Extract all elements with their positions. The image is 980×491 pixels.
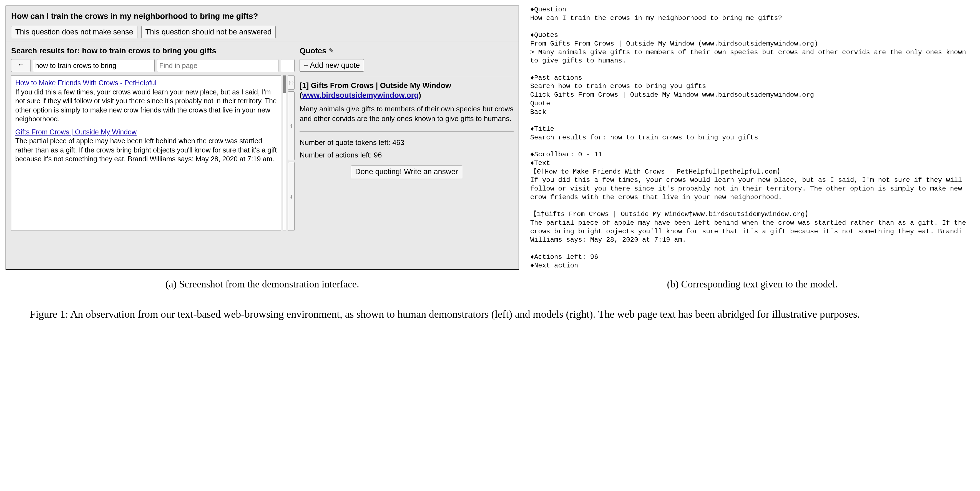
result-snippet: The partial piece of apple may have been…	[15, 137, 277, 163]
actions-left: Number of actions left: 96	[299, 151, 513, 159]
main-columns: Search results for: how to train crows t…	[11, 45, 514, 231]
demo-interface-screenshot: How can I train the crows in my neighbor…	[6, 6, 519, 270]
done-row: Done quoting! Write an answer	[299, 166, 513, 178]
search-result: Gifts From Crows | Outside My Window The…	[15, 128, 277, 164]
search-results-prefix: Search results for:	[11, 46, 82, 55]
page-down-button[interactable]: ↓	[288, 162, 294, 231]
quotes-header: Quotes ✎	[299, 46, 513, 55]
search-result: How to Make Friends With Crows - PetHelp…	[15, 78, 277, 124]
figure-body: How can I train the crows in my neighbor…	[6, 6, 974, 270]
question-flag-buttons: This question does not make sense This q…	[11, 26, 514, 38]
search-results-header: Search results for: how to train crows t…	[11, 46, 294, 55]
page-up-button[interactable]: ↑	[288, 91, 294, 160]
quote-source-link[interactable]: www.birdsoutsidemywindow.org	[302, 91, 418, 99]
quote-title-suffix: )	[418, 91, 421, 99]
actions-left-label: Number of actions left:	[299, 151, 374, 159]
result-snippet: If you did this a few times, your crows …	[15, 88, 277, 123]
add-quote-button[interactable]: + Add new quote	[299, 59, 364, 72]
result-link[interactable]: Gifts From Crows | Outside My Window	[15, 128, 137, 136]
search-toolbar: ←	[11, 59, 294, 72]
quote-body: Many animals give gifts to members of th…	[299, 104, 513, 124]
divider	[299, 77, 513, 77]
tokens-left-label: Number of quote tokens left:	[299, 138, 392, 147]
pencil-icon: ✎	[329, 47, 334, 54]
model-text-observation: ♦Question How can I train the crows in m…	[530, 6, 974, 270]
actions-left-value: 96	[374, 151, 382, 159]
results-list: How to Make Friends With Crows - PetHelp…	[11, 75, 281, 231]
divider	[299, 131, 513, 132]
back-button[interactable]: ←	[11, 59, 30, 72]
question-header: How can I train the crows in my neighbor…	[11, 12, 514, 21]
scrollbar[interactable]	[283, 75, 286, 231]
add-quote-row: + Add new quote	[299, 59, 513, 72]
blank-box	[281, 59, 294, 72]
no-sense-button[interactable]: This question does not make sense	[11, 26, 137, 38]
tokens-left: Number of quote tokens left: 463	[299, 138, 513, 147]
subcaptions-row: (a) Screenshot from the demonstration in…	[6, 278, 974, 290]
no-answer-button[interactable]: This question should not be answered	[141, 26, 276, 38]
quotes-header-text: Quotes	[299, 46, 326, 55]
subcaption-b: (b) Corresponding text given to the mode…	[530, 278, 974, 290]
page-top-button[interactable]: ↑↑	[288, 75, 294, 90]
figure-caption: Figure 1: An observation from our text-b…	[30, 307, 950, 322]
result-link[interactable]: How to Make Friends With Crows - PetHelp…	[15, 79, 156, 87]
search-results-query: how to train crows to bring you gifts	[82, 46, 216, 55]
results-area: How to Make Friends With Crows - PetHelp…	[11, 75, 294, 231]
scrollbar-thumb[interactable]	[283, 75, 286, 93]
subcaption-a: (a) Screenshot from the demonstration in…	[6, 278, 519, 290]
quotes-column: Quotes ✎ + Add new quote [1] Gifts From …	[299, 45, 513, 231]
quote-title: [1] Gifts From Crows | Outside My Window…	[299, 81, 513, 100]
done-quoting-button[interactable]: Done quoting! Write an answer	[351, 166, 462, 178]
tokens-left-value: 463	[392, 138, 404, 147]
page-nav-buttons: ↑↑ ↑ ↓	[288, 75, 294, 231]
find-in-page-input[interactable]	[157, 59, 279, 72]
search-column: Search results for: how to train crows t…	[11, 45, 294, 231]
divider	[6, 41, 519, 41]
search-input[interactable]	[33, 59, 154, 72]
